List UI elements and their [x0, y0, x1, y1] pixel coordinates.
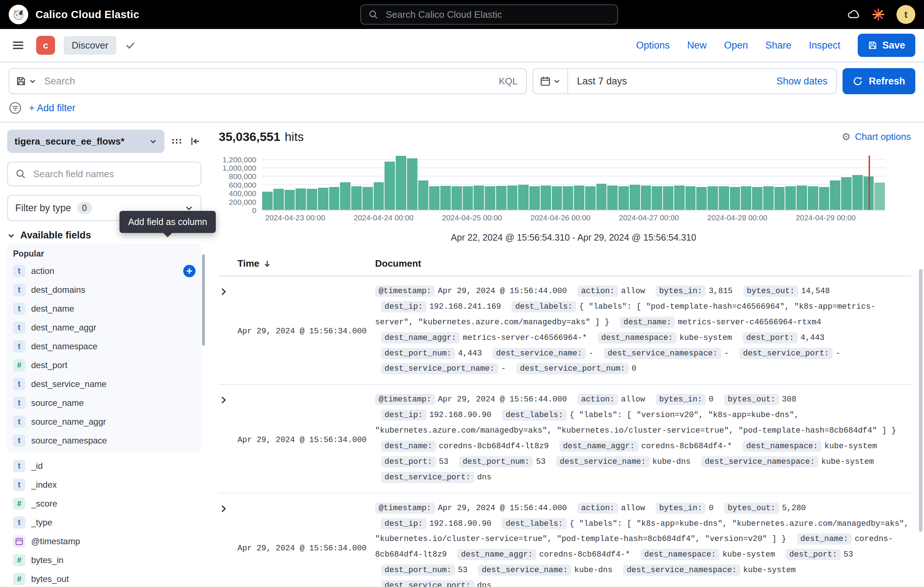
field-item-_index[interactable]: t_index — [7, 475, 201, 494]
histogram-bar[interactable] — [797, 185, 807, 210]
histogram-bar[interactable] — [774, 187, 785, 210]
histogram-bar[interactable] — [607, 185, 618, 210]
field-item-source_namespace[interactable]: tsource_namespace — [7, 431, 201, 450]
histogram-bar[interactable] — [663, 186, 673, 210]
field-item-bytes_out[interactable]: #bytes_out — [7, 570, 201, 587]
histogram-bar[interactable] — [273, 189, 284, 210]
histogram-bar[interactable] — [429, 186, 439, 210]
histogram-bar[interactable] — [785, 186, 796, 210]
time-range-value[interactable]: Last 7 days — [568, 76, 767, 87]
histogram-bar[interactable] — [329, 187, 340, 210]
histogram-bar[interactable] — [752, 187, 762, 210]
sort-descending-icon[interactable] — [263, 260, 272, 268]
open-link[interactable]: Open — [724, 40, 748, 51]
sidebar-scrollbar[interactable] — [202, 255, 205, 346]
field-item-_id[interactable]: t_id — [7, 456, 201, 475]
histogram-bar[interactable] — [530, 186, 540, 210]
field-item-@timestamp[interactable]: @timestamp — [7, 532, 201, 551]
histogram-bar[interactable] — [596, 184, 607, 210]
global-search[interactable] — [360, 4, 618, 25]
histogram-bars[interactable] — [262, 155, 885, 210]
index-pattern-options-icon[interactable] — [171, 136, 183, 147]
table-scrollbar[interactable] — [919, 269, 922, 532]
histogram-bar[interactable] — [407, 158, 417, 210]
collapse-sidebar-icon[interactable] — [190, 136, 201, 147]
histogram-bar[interactable] — [507, 185, 518, 210]
histogram-bar[interactable] — [418, 180, 429, 210]
histogram-bar[interactable] — [830, 180, 840, 210]
histogram-bar[interactable] — [474, 185, 484, 210]
field-item-dest_namespace[interactable]: tdest_namespace — [7, 337, 201, 356]
histogram-bar[interactable] — [285, 190, 295, 210]
breadcrumb-discover[interactable]: Discover — [64, 36, 116, 55]
field-item-bytes_in[interactable]: #bytes_in — [7, 551, 201, 570]
histogram-bar[interactable] — [318, 188, 328, 210]
expand-row-button[interactable] — [219, 394, 232, 407]
field-search-input[interactable] — [32, 168, 193, 180]
saved-query-menu-button[interactable] — [10, 69, 43, 94]
query-search-input[interactable] — [43, 75, 490, 88]
user-avatar[interactable]: t — [896, 5, 915, 24]
histogram-bar[interactable] — [841, 177, 851, 210]
histogram-bar[interactable] — [674, 185, 685, 210]
sparkle-icon[interactable] — [872, 8, 885, 21]
histogram-bar[interactable] — [763, 186, 774, 210]
hamburger-menu-icon[interactable] — [9, 36, 28, 55]
histogram-bar[interactable] — [708, 186, 718, 210]
field-item-_type[interactable]: t_type — [7, 513, 201, 532]
show-dates-link[interactable]: Show dates — [767, 76, 836, 87]
global-search-input[interactable] — [384, 8, 610, 21]
histogram-bar[interactable] — [496, 186, 507, 210]
histogram-bar[interactable] — [696, 187, 707, 210]
histogram-bar[interactable] — [741, 186, 751, 210]
index-pattern-select[interactable]: tigera_secure_ee_flows* — [7, 130, 164, 153]
field-item-dest_name[interactable]: tdest_name — [7, 299, 201, 318]
share-link[interactable]: Share — [766, 40, 792, 51]
histogram-bar[interactable] — [819, 187, 830, 210]
inspect-link[interactable]: Inspect — [809, 40, 840, 51]
histogram-bar[interactable] — [641, 185, 651, 210]
histogram-bar[interactable] — [619, 186, 629, 210]
histogram-bar[interactable] — [440, 186, 451, 210]
field-item-action[interactable]: taction — [7, 261, 201, 281]
expand-row-button[interactable] — [219, 285, 232, 298]
space-badge[interactable]: c — [36, 36, 55, 55]
histogram-bar[interactable] — [463, 186, 473, 210]
histogram-bar[interactable] — [340, 182, 350, 210]
new-link[interactable]: New — [687, 40, 707, 51]
histogram-bar[interactable] — [452, 186, 462, 210]
histogram-bar[interactable] — [719, 186, 729, 210]
histogram-bar[interactable] — [307, 189, 317, 210]
histogram-bar[interactable] — [685, 186, 696, 210]
histogram-bar[interactable] — [363, 187, 373, 210]
add-filter-link[interactable]: + Add filter — [29, 103, 75, 114]
expand-row-button[interactable] — [219, 502, 232, 515]
histogram-bar[interactable] — [874, 183, 885, 210]
histogram-bar[interactable] — [351, 186, 362, 210]
histogram-bar[interactable] — [295, 189, 306, 210]
histogram-bar[interactable] — [541, 185, 551, 210]
chart-options-link[interactable]: ⚙ Chart options — [842, 131, 911, 143]
histogram-bar[interactable] — [552, 186, 562, 210]
histogram-bar[interactable] — [574, 185, 584, 210]
histogram-bar[interactable] — [518, 185, 529, 210]
histogram-bar[interactable] — [808, 186, 818, 210]
field-item-dest_port[interactable]: #dest_port — [7, 356, 201, 375]
kql-badge[interactable]: KQL — [490, 76, 526, 87]
field-item-_score[interactable]: #_score — [7, 494, 201, 513]
histogram-bar[interactable] — [852, 175, 863, 210]
field-item-source_name_aggr[interactable]: tsource_name_aggr — [7, 412, 201, 431]
histogram-bar[interactable] — [396, 156, 406, 210]
histogram-bar[interactable] — [563, 186, 573, 210]
histogram-bar[interactable] — [485, 186, 495, 210]
cloud-icon[interactable] — [846, 8, 860, 21]
refresh-button[interactable]: Refresh — [843, 68, 915, 94]
time-column-header[interactable]: Time — [238, 258, 259, 269]
histogram-bar[interactable] — [585, 186, 596, 210]
add-field-as-column-button[interactable] — [183, 265, 196, 277]
histogram-bar[interactable] — [374, 182, 384, 210]
histogram-bar[interactable] — [384, 162, 395, 210]
filter-icon[interactable] — [9, 101, 22, 114]
field-item-dest_domains[interactable]: tdest_domains — [7, 281, 201, 299]
save-button[interactable]: Save — [858, 34, 915, 57]
